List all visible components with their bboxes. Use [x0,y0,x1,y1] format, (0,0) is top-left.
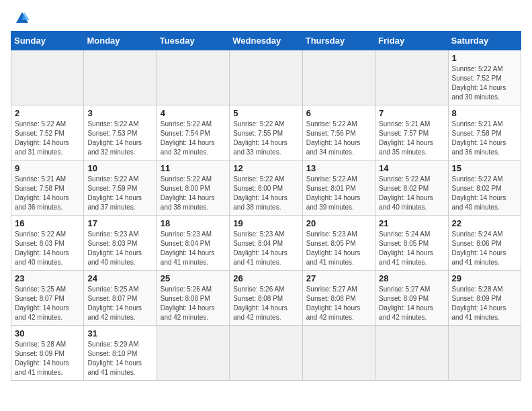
cell-info: Sunrise: 5:26 AMSunset: 8:08 PMDaylight:… [233,285,298,322]
cell-info: Sunrise: 5:27 AMSunset: 8:08 PMDaylight:… [306,285,371,322]
calendar-cell: 10Sunrise: 5:22 AMSunset: 7:59 PMDayligh… [84,161,157,216]
day-number: 13 [306,163,371,173]
col-thursday: Thursday [302,32,375,50]
calendar-cell [448,326,521,381]
day-number: 15 [452,163,517,173]
calendar-cell: 30Sunrise: 5:28 AMSunset: 8:09 PMDayligh… [11,326,84,381]
calendar-cell: 6Sunrise: 5:22 AMSunset: 7:56 PMDaylight… [302,105,375,161]
calendar-cell: 11Sunrise: 5:22 AMSunset: 8:00 PMDayligh… [157,161,229,216]
calendar-cell: 18Sunrise: 5:23 AMSunset: 8:04 PMDayligh… [157,216,229,271]
cell-info: Sunrise: 5:28 AMSunset: 8:09 PMDaylight:… [15,340,80,377]
calendar-cell: 20Sunrise: 5:23 AMSunset: 8:05 PMDayligh… [302,216,375,271]
cell-info: Sunrise: 5:24 AMSunset: 8:05 PMDaylight:… [379,230,444,267]
calendar-week-row: 23Sunrise: 5:25 AMSunset: 8:07 PMDayligh… [11,271,521,326]
calendar-cell: 7Sunrise: 5:21 AMSunset: 7:57 PMDaylight… [375,105,448,161]
calendar-cell [157,326,229,381]
calendar-cell [84,50,157,105]
cell-info: Sunrise: 5:26 AMSunset: 8:08 PMDaylight:… [161,285,226,322]
cell-info: Sunrise: 5:24 AMSunset: 8:06 PMDaylight:… [452,230,517,267]
day-number: 11 [161,163,226,173]
day-number: 30 [15,328,80,338]
calendar-cell: 21Sunrise: 5:24 AMSunset: 8:05 PMDayligh… [375,216,448,271]
calendar-cell: 27Sunrise: 5:27 AMSunset: 8:08 PMDayligh… [302,271,375,326]
cell-info: Sunrise: 5:22 AMSunset: 7:53 PMDaylight:… [87,120,152,157]
calendar-table: Sunday Monday Tuesday Wednesday Thursday… [11,31,521,381]
day-number: 19 [233,218,298,228]
cell-info: Sunrise: 5:29 AMSunset: 8:10 PMDaylight:… [87,340,152,377]
day-number: 27 [306,273,371,283]
cell-info: Sunrise: 5:22 AMSunset: 8:02 PMDaylight:… [452,175,517,212]
cell-info: Sunrise: 5:22 AMSunset: 7:59 PMDaylight:… [87,175,152,212]
col-tuesday: Tuesday [157,32,229,50]
calendar-header-row: Sunday Monday Tuesday Wednesday Thursday… [11,32,521,50]
day-number: 14 [379,163,444,173]
day-number: 21 [379,218,444,228]
calendar-cell: 13Sunrise: 5:22 AMSunset: 8:01 PMDayligh… [302,161,375,216]
day-number: 22 [452,218,517,228]
calendar-cell: 5Sunrise: 5:22 AMSunset: 7:55 PMDaylight… [230,105,302,161]
cell-info: Sunrise: 5:22 AMSunset: 7:52 PMDaylight:… [15,120,80,157]
calendar-cell [375,326,448,381]
calendar-week-row: 16Sunrise: 5:22 AMSunset: 8:03 PMDayligh… [11,216,521,271]
cell-info: Sunrise: 5:21 AMSunset: 7:58 PMDaylight:… [452,120,517,157]
day-number: 18 [161,218,226,228]
calendar-cell: 24Sunrise: 5:25 AMSunset: 8:07 PMDayligh… [84,271,157,326]
cell-info: Sunrise: 5:23 AMSunset: 8:04 PMDaylight:… [233,230,298,267]
calendar-cell: 1Sunrise: 5:22 AMSunset: 7:52 PMDaylight… [448,50,521,105]
calendar-cell [11,50,84,105]
day-number: 12 [233,163,298,173]
day-number: 10 [87,163,152,173]
calendar-cell [230,326,302,381]
cell-info: Sunrise: 5:25 AMSunset: 8:07 PMDaylight:… [15,285,80,322]
cell-info: Sunrise: 5:22 AMSunset: 7:56 PMDaylight:… [306,120,371,157]
calendar-cell: 31Sunrise: 5:29 AMSunset: 8:10 PMDayligh… [84,326,157,381]
cell-info: Sunrise: 5:23 AMSunset: 8:03 PMDaylight:… [87,230,152,267]
calendar-cell: 29Sunrise: 5:28 AMSunset: 8:09 PMDayligh… [448,271,521,326]
calendar-cell [302,326,375,381]
logo [11,11,30,26]
page-header [11,11,521,26]
day-number: 2 [15,108,80,118]
cell-info: Sunrise: 5:27 AMSunset: 8:09 PMDaylight:… [379,285,444,322]
calendar-cell: 12Sunrise: 5:22 AMSunset: 8:00 PMDayligh… [230,161,302,216]
calendar-cell: 26Sunrise: 5:26 AMSunset: 8:08 PMDayligh… [230,271,302,326]
day-number: 8 [452,108,517,118]
day-number: 9 [15,163,80,173]
calendar-cell: 8Sunrise: 5:21 AMSunset: 7:58 PMDaylight… [448,105,521,161]
col-sunday: Sunday [11,32,84,50]
day-number: 31 [87,328,152,338]
cell-info: Sunrise: 5:22 AMSunset: 8:01 PMDaylight:… [306,175,371,212]
cell-info: Sunrise: 5:23 AMSunset: 8:04 PMDaylight:… [161,230,226,267]
cell-info: Sunrise: 5:22 AMSunset: 7:52 PMDaylight:… [452,64,517,102]
day-number: 23 [15,273,80,283]
calendar-week-row: 30Sunrise: 5:28 AMSunset: 8:09 PMDayligh… [11,326,521,381]
day-number: 16 [15,218,80,228]
cell-info: Sunrise: 5:21 AMSunset: 7:58 PMDaylight:… [15,175,80,212]
cell-info: Sunrise: 5:22 AMSunset: 8:00 PMDaylight:… [161,175,226,212]
calendar-cell: 28Sunrise: 5:27 AMSunset: 8:09 PMDayligh… [375,271,448,326]
calendar-cell [302,50,375,105]
day-number: 17 [87,218,152,228]
calendar-cell: 9Sunrise: 5:21 AMSunset: 7:58 PMDaylight… [11,161,84,216]
calendar-cell: 15Sunrise: 5:22 AMSunset: 8:02 PMDayligh… [448,161,521,216]
cell-info: Sunrise: 5:21 AMSunset: 7:57 PMDaylight:… [379,120,444,157]
calendar-cell: 16Sunrise: 5:22 AMSunset: 8:03 PMDayligh… [11,216,84,271]
cell-info: Sunrise: 5:22 AMSunset: 8:02 PMDaylight:… [379,175,444,212]
col-monday: Monday [84,32,157,50]
day-number: 26 [233,273,298,283]
calendar-cell: 14Sunrise: 5:22 AMSunset: 8:02 PMDayligh… [375,161,448,216]
cell-info: Sunrise: 5:23 AMSunset: 8:05 PMDaylight:… [306,230,371,267]
day-number: 4 [161,108,226,118]
day-number: 29 [452,273,517,283]
day-number: 7 [379,108,444,118]
calendar-cell: 25Sunrise: 5:26 AMSunset: 8:08 PMDayligh… [157,271,229,326]
calendar-cell [230,50,302,105]
cell-info: Sunrise: 5:22 AMSunset: 8:03 PMDaylight:… [15,230,80,267]
calendar-cell: 4Sunrise: 5:22 AMSunset: 7:54 PMDaylight… [157,105,229,161]
day-number: 6 [306,108,371,118]
col-wednesday: Wednesday [230,32,302,50]
calendar-cell: 19Sunrise: 5:23 AMSunset: 8:04 PMDayligh… [230,216,302,271]
day-number: 1 [452,53,517,63]
calendar-cell: 2Sunrise: 5:22 AMSunset: 7:52 PMDaylight… [11,105,84,161]
calendar-cell: 17Sunrise: 5:23 AMSunset: 8:03 PMDayligh… [84,216,157,271]
